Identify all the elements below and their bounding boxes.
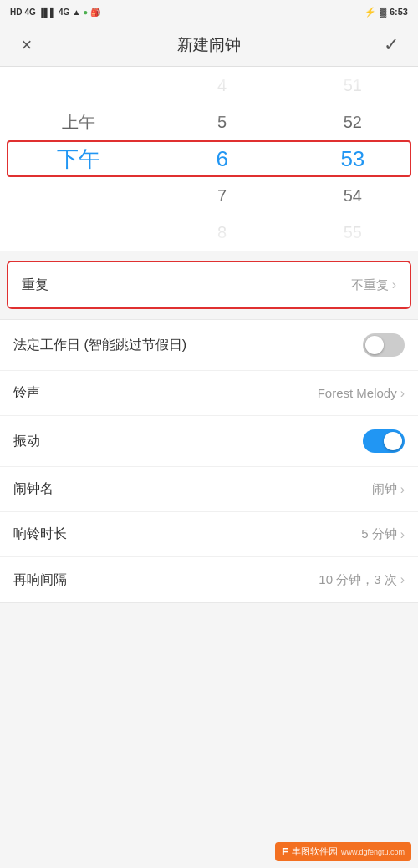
signal-4g1: 4G bbox=[24, 8, 35, 17]
ampm-item-empty-top bbox=[0, 67, 157, 104]
ringtone-label: 铃声 bbox=[13, 384, 40, 402]
settings-item-ring-duration[interactable]: 响铃时长 5 分钟 › bbox=[0, 512, 418, 557]
snooze-value-text: 10 分钟，3 次 bbox=[319, 572, 396, 588]
ring-duration-value-container: 5 分钟 › bbox=[361, 526, 405, 542]
ring-duration-label: 响铃时长 bbox=[13, 525, 67, 543]
alarm-name-chevron: › bbox=[400, 482, 405, 497]
hour-item-4[interactable]: 4 bbox=[157, 67, 288, 104]
alarm-name-value-text: 闹钟 bbox=[372, 481, 397, 497]
ringtone-chevron: › bbox=[400, 386, 405, 401]
signal-4g2: 4G bbox=[59, 8, 69, 17]
alarm-name-label: 闹钟名 bbox=[13, 480, 54, 498]
settings-item-ringtone[interactable]: 铃声 Forest Melody › bbox=[0, 371, 418, 416]
watermark-icon: F bbox=[282, 845, 288, 858]
status-left: HD 4G ▐▌▌ 4G ▲ ● 🎒 bbox=[10, 8, 100, 17]
repeat-value-text: 不重复 bbox=[351, 277, 389, 293]
ringtone-value-container: Forest Melody › bbox=[318, 386, 405, 401]
confirm-button[interactable]: ✓ bbox=[378, 32, 405, 58]
vibration-toggle[interactable] bbox=[363, 429, 405, 453]
battery-icon: ▓ bbox=[380, 7, 386, 17]
repeat-label: 重复 bbox=[22, 277, 48, 294]
ampm-item-empty-bot2 bbox=[0, 214, 157, 251]
settings-item-snooze[interactable]: 再响间隔 10 分钟，3 次 › bbox=[0, 557, 418, 602]
workday-toggle[interactable] bbox=[363, 333, 405, 357]
watermark-text: 丰图软件园 bbox=[292, 845, 338, 858]
alarm-name-value-container: 闹钟 › bbox=[372, 481, 405, 497]
minute-item-51[interactable]: 51 bbox=[288, 67, 418, 104]
close-button[interactable]: × bbox=[13, 32, 40, 58]
snooze-value-container: 10 分钟，3 次 › bbox=[319, 572, 405, 588]
watermark-url: www.dgfengtu.com bbox=[341, 848, 405, 856]
ampm-item-selected[interactable]: 下午 bbox=[0, 140, 157, 177]
settings-section: 法定工作日 (智能跳过节假日) 铃声 Forest Melody › 振动 闹钟… bbox=[0, 319, 418, 603]
settings-item-workday[interactable]: 法定工作日 (智能跳过节假日) bbox=[0, 320, 418, 371]
settings-item-vibration[interactable]: 振动 bbox=[0, 416, 418, 467]
wifi-icon: ▲ bbox=[72, 8, 80, 17]
hour-column[interactable]: 4 5 6 7 8 bbox=[157, 67, 288, 251]
minute-column[interactable]: 51 52 53 54 55 bbox=[288, 67, 418, 251]
ampm-item-morning[interactable]: 上午 bbox=[0, 104, 157, 140]
snooze-label: 再响间隔 bbox=[13, 571, 67, 589]
ampm-column[interactable]: 上午 下午 bbox=[0, 67, 157, 251]
minute-item-54[interactable]: 54 bbox=[288, 177, 418, 214]
hour-item-5[interactable]: 5 bbox=[157, 104, 288, 140]
minute-item-55[interactable]: 55 bbox=[288, 214, 418, 251]
settings-item-alarm-name[interactable]: 闹钟名 闹钟 › bbox=[0, 467, 418, 512]
hour-item-selected[interactable]: 6 bbox=[157, 140, 288, 177]
workday-label: 法定工作日 (智能跳过节假日) bbox=[13, 337, 186, 354]
time-picker[interactable]: 上午 下午 4 5 6 7 8 51 52 53 54 55 bbox=[0, 67, 418, 251]
ring-duration-chevron: › bbox=[400, 527, 405, 542]
hd-indicator: HD bbox=[10, 8, 22, 17]
vibration-toggle-thumb bbox=[384, 432, 402, 450]
time-picker-container: 上午 下午 4 5 6 7 8 51 52 53 54 55 bbox=[0, 67, 418, 251]
time-display: 6:53 bbox=[390, 7, 408, 17]
signal-bars: ▐▌▌ bbox=[38, 8, 56, 17]
vibration-label: 振动 bbox=[13, 433, 40, 450]
snooze-chevron: › bbox=[400, 572, 405, 587]
repeat-chevron: › bbox=[392, 277, 396, 292]
top-nav: × 新建闹钟 ✓ bbox=[0, 23, 418, 67]
workday-toggle-thumb bbox=[365, 336, 384, 354]
ringtone-value-text: Forest Melody bbox=[318, 386, 397, 400]
hour-item-8[interactable]: 8 bbox=[157, 214, 288, 251]
status-right: ⚡ ▓ 6:53 bbox=[364, 7, 408, 18]
watermark: F 丰图软件园 www.dgfengtu.com bbox=[275, 842, 411, 861]
notification-dot: ● bbox=[83, 8, 88, 17]
repeat-item[interactable]: 重复 不重复 › bbox=[8, 262, 410, 307]
page-title: 新建闹钟 bbox=[177, 34, 241, 56]
ring-duration-value-text: 5 分钟 bbox=[361, 526, 397, 542]
ampm-item-empty-bot bbox=[0, 177, 157, 214]
battery-charging: ⚡ bbox=[364, 7, 376, 18]
repeat-section[interactable]: 重复 不重复 › bbox=[7, 261, 411, 309]
minute-item-52[interactable]: 52 bbox=[288, 104, 418, 140]
repeat-value-container: 不重复 › bbox=[351, 277, 396, 293]
status-bar: HD 4G ▐▌▌ 4G ▲ ● 🎒 ⚡ ▓ 6:53 bbox=[0, 0, 418, 23]
hour-item-7[interactable]: 7 bbox=[157, 177, 288, 214]
minute-item-selected[interactable]: 53 bbox=[288, 140, 418, 177]
briefcase-icon: 🎒 bbox=[90, 8, 100, 17]
